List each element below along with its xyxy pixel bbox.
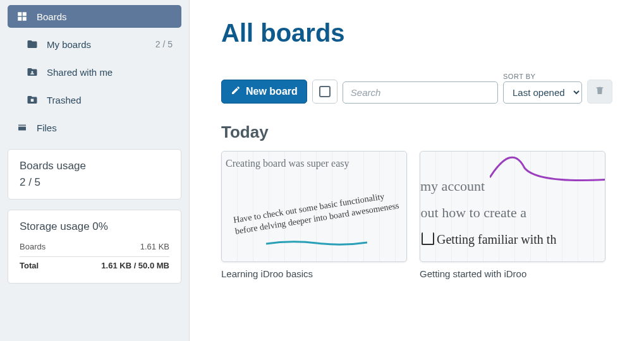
svg-rect-1	[23, 12, 27, 16]
sidebar-item-label: Boards	[37, 11, 67, 22]
dashboard-icon	[16, 11, 28, 22]
new-board-label: New board	[246, 86, 298, 97]
thumb-text: Getting familiar with th	[437, 232, 556, 247]
sort-select[interactable]: Last opened	[503, 81, 582, 104]
sidebar-item-trashed[interactable]: Trashed	[8, 88, 181, 111]
board-thumbnail: my account ured out how to create a Gett…	[420, 151, 605, 262]
checkbox-icon	[319, 86, 331, 97]
storage-usage-title: Storage usage 0%	[20, 220, 169, 233]
underline-stroke	[266, 240, 367, 246]
sidebar-item-boards[interactable]: Boards	[8, 5, 181, 28]
trash-icon	[595, 85, 605, 98]
select-all-checkbox[interactable]	[312, 80, 337, 104]
svg-rect-2	[18, 17, 21, 21]
board-grid: Creating board was super easy Have to ch…	[221, 151, 612, 279]
sidebar-item-label: My boards	[47, 39, 91, 50]
shared-folder-icon	[27, 66, 38, 78]
section-today-title: Today	[221, 123, 612, 142]
sidebar-item-label: Files	[37, 123, 57, 133]
boards-usage-card: Boards usage 2 / 5	[8, 149, 181, 200]
storage-row-total: Total 1.61 KB / 50.0 MB	[20, 256, 169, 273]
page-title: All boards	[221, 19, 612, 47]
thumb-text: ured out how to create a	[420, 205, 526, 221]
thumb-text: Have to check out some basic functionali…	[233, 187, 407, 237]
board-card[interactable]: Creating board was super easy Have to ch…	[221, 151, 407, 279]
sidebar: Boards My boards 2 / 5 Shared with me Tr…	[0, 0, 190, 341]
curve-stroke	[490, 151, 605, 187]
trash-folder-icon	[27, 94, 38, 105]
sidebar-item-count: 2 / 5	[155, 39, 173, 49]
storage-row-label: Total	[20, 261, 39, 270]
boards-usage-value: 2 / 5	[20, 176, 169, 189]
board-card[interactable]: my account ured out how to create a Gett…	[420, 151, 605, 279]
storage-usage-card: Storage usage 0% Boards 1.61 KB Total 1.…	[8, 210, 181, 284]
sidebar-item-files[interactable]: Files	[8, 116, 181, 139]
thumb-text: my account	[420, 178, 485, 194]
delete-button[interactable]	[587, 80, 612, 104]
edit-icon	[231, 85, 241, 98]
toolbar: New board SORT BY Last opened	[221, 73, 612, 104]
new-board-button[interactable]: New board	[221, 80, 307, 104]
storage-row-value: 1.61 KB / 50.0 MB	[101, 261, 169, 270]
sidebar-item-shared[interactable]: Shared with me	[8, 61, 181, 83]
sidebar-item-my-boards[interactable]: My boards 2 / 5	[8, 33, 181, 56]
sort-by-label: SORT BY	[503, 73, 582, 80]
svg-point-4	[32, 71, 33, 73]
storage-row-label: Boards	[20, 242, 46, 251]
thumb-text: Creating board was super easy	[226, 158, 349, 169]
files-icon	[16, 122, 28, 133]
search-input[interactable]	[343, 81, 498, 104]
svg-rect-0	[18, 12, 21, 16]
checkbox-drawing	[422, 232, 434, 245]
sort-wrap: SORT BY Last opened	[503, 73, 582, 104]
folder-icon	[27, 39, 38, 50]
main-content: All boards New board SORT BY Last opened…	[190, 0, 644, 341]
storage-row-boards: Boards 1.61 KB	[20, 239, 169, 254]
boards-usage-title: Boards usage	[20, 160, 169, 172]
sidebar-item-label: Trashed	[47, 95, 81, 105]
board-thumbnail: Creating board was super easy Have to ch…	[221, 151, 407, 262]
svg-rect-3	[23, 17, 27, 21]
storage-row-value: 1.61 KB	[140, 242, 169, 251]
board-caption: Getting started with iDroo	[420, 268, 605, 279]
board-caption: Learning iDroo basics	[221, 268, 407, 279]
sidebar-item-label: Shared with me	[47, 67, 112, 78]
